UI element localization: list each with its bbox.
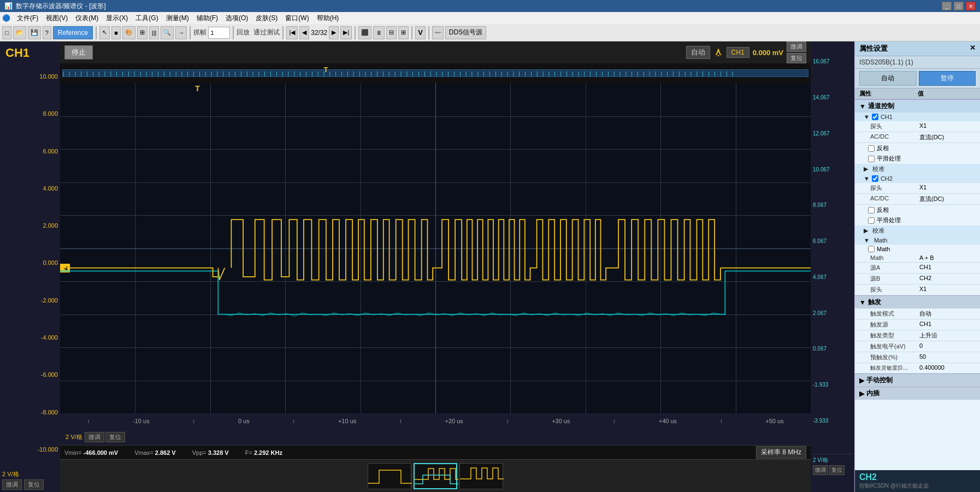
menu-item-skin[interactable]: 皮肤(S) bbox=[252, 13, 281, 24]
time-p50-label: +50 us bbox=[765, 418, 783, 424]
ch1-smooth-checkbox[interactable] bbox=[868, 156, 875, 162]
auto-button[interactable]: 自动 bbox=[686, 46, 710, 59]
ch1-fine-btn[interactable]: 微调 bbox=[2, 479, 22, 490]
ch1-fine-bottom-btn[interactable]: 微调 bbox=[85, 432, 104, 442]
time-p40-label: +40 us bbox=[659, 418, 677, 424]
math-subsection[interactable]: ▼ Math bbox=[855, 236, 980, 245]
reset-btn[interactable]: 复位 bbox=[787, 53, 806, 63]
trigger-section-header[interactable]: ▼ 触发 bbox=[855, 295, 980, 309]
ch2-fine-btn[interactable]: 微调 bbox=[813, 465, 828, 475]
menu-item-view[interactable]: 视图(V) bbox=[43, 13, 71, 24]
pause-btn[interactable]: ⏸ bbox=[373, 26, 385, 39]
grid2-btn[interactable]: ⊞ bbox=[398, 26, 409, 39]
ch2-smooth-checkbox[interactable] bbox=[868, 217, 875, 224]
ch2-invert-checkbox[interactable] bbox=[868, 207, 875, 214]
properties-close-icon[interactable]: ✕ bbox=[970, 44, 976, 54]
ch1-checkbox[interactable] bbox=[872, 114, 878, 120]
trigger-arrow-icon bbox=[713, 48, 723, 57]
ch1-invert-checkbox[interactable] bbox=[868, 145, 875, 152]
new-btn[interactable]: □ bbox=[2, 26, 11, 39]
ch2-subsection[interactable]: ▼ CH2 bbox=[855, 174, 980, 183]
menu-item-instrument[interactable]: 仪表(M) bbox=[72, 13, 102, 24]
sample-rate-display: 采样率 8 MHz bbox=[756, 446, 806, 459]
ch1-expand-icon: ▼ bbox=[864, 114, 870, 120]
wave-btn[interactable]: 〰 bbox=[432, 26, 444, 39]
stop-button[interactable]: 停止 bbox=[64, 45, 93, 60]
internal-header[interactable]: ▶ 内插 bbox=[855, 387, 980, 400]
stop-mode-btn[interactable]: 暂停 bbox=[919, 71, 976, 86]
split-btn[interactable]: ||| bbox=[149, 26, 160, 39]
trigger-level-row: 触发电平(aV) 0 bbox=[855, 341, 980, 352]
close-btn[interactable]: ✕ bbox=[966, 2, 976, 10]
calibrate1-subsection[interactable]: ▶ 校准 bbox=[855, 164, 980, 174]
cursor-btn[interactable]: ↖ bbox=[99, 26, 110, 39]
properties-table: ▼ 通道控制 ▼ CH1 探头 X1 AC/DC 直流(DC) 反相 bbox=[855, 99, 980, 470]
trigger-sensitivity-value: 0.400000 bbox=[919, 364, 976, 372]
calibrate1-expand-icon: ▶ bbox=[864, 165, 868, 173]
trigger-type-name: 触发类型 bbox=[859, 331, 919, 340]
props-col-name: 属性 bbox=[859, 90, 918, 98]
screen-btn[interactable]: ⬛ bbox=[358, 26, 371, 39]
passtest-label: 通过测试 bbox=[253, 28, 280, 37]
timeline-track[interactable]: T // Generate tick marks via JS after re… bbox=[62, 69, 808, 77]
color-btn[interactable]: 🎨 bbox=[122, 26, 135, 39]
channel-control-header[interactable]: ▼ 通道控制 bbox=[855, 99, 980, 112]
thumbnail-1[interactable] bbox=[368, 463, 411, 489]
measurements-bar: Vmin= -466.000 mV Vmax= 2.862 V Vpp= 3.3… bbox=[60, 445, 811, 459]
ch2-scale-panel: 16.067 14.067 12.067 10.067 8.067 6.067 … bbox=[811, 42, 854, 492]
fine-btn[interactable]: 微调 bbox=[787, 42, 806, 52]
ch1-scale-n4: -4.000 bbox=[2, 334, 58, 341]
menu-item-tools[interactable]: 工具(G) bbox=[132, 13, 161, 24]
ch2-checkbox[interactable] bbox=[872, 175, 878, 182]
ch2-bottom-panel: CH2 控制#CSDN @行稳方能走远 bbox=[855, 470, 980, 492]
dds-btn[interactable]: DDS信号源 bbox=[445, 26, 486, 39]
ch2-scale-10: 10.067 bbox=[813, 167, 852, 173]
rect-btn[interactable]: ■ bbox=[111, 26, 121, 39]
manual-control-header[interactable]: ▶ 手动控制 bbox=[855, 374, 980, 387]
reference-btn[interactable]: Reference bbox=[53, 26, 93, 39]
left-panel: CH1 10.000 8.000 6.000 4.000 2.000 0.000… bbox=[0, 42, 60, 492]
menu-item-help[interactable]: 帮助(H) bbox=[314, 13, 343, 24]
open-btn[interactable]: 📂 bbox=[13, 26, 26, 39]
thumbnail-2[interactable] bbox=[414, 463, 457, 489]
help-btn[interactable]: ? bbox=[43, 26, 51, 39]
calibrate2-label: 校准 bbox=[872, 227, 884, 235]
calibrate2-subsection[interactable]: ▶ 校准 bbox=[855, 226, 980, 236]
minimize-btn[interactable]: _ bbox=[942, 2, 952, 10]
auto-mode-btn[interactable]: 自动 bbox=[859, 71, 917, 86]
grid-btn[interactable]: ⊞ bbox=[137, 26, 147, 39]
maximize-btn[interactable]: □ bbox=[954, 2, 964, 10]
menu-item-file[interactable]: 文件(F) bbox=[14, 13, 42, 24]
menu-item-display[interactable]: 显示(X) bbox=[103, 13, 131, 24]
menu-item-options[interactable]: 选项(O) bbox=[222, 13, 251, 24]
next-btn[interactable]: ▶ bbox=[329, 26, 339, 39]
arrow-btn[interactable]: → bbox=[175, 26, 187, 39]
toolbar-sep-1 bbox=[96, 26, 97, 39]
v-btn[interactable]: V bbox=[415, 26, 426, 39]
props-col-value: 值 bbox=[918, 90, 976, 98]
last-btn[interactable]: ▶| bbox=[340, 26, 352, 39]
math-checkbox[interactable] bbox=[868, 246, 875, 252]
menu-bar: 🔵 文件(F) 视图(V) 仪表(M) 显示(X) 工具(G) 测量(M) 辅助… bbox=[0, 12, 980, 24]
menu-item-assist[interactable]: 辅助(F) bbox=[193, 13, 221, 24]
menu-item-window[interactable]: 窗口(W) bbox=[282, 13, 312, 24]
capture-input[interactable] bbox=[208, 27, 230, 39]
ch1-scale-n6: -6.000 bbox=[2, 371, 58, 378]
ch2-acdc-row: AC/DC 直流(DC) bbox=[855, 194, 980, 205]
ch1-smooth-row: 平滑处理 bbox=[855, 153, 980, 164]
thumbnail-bar bbox=[60, 459, 811, 492]
zoom-btn[interactable]: 🔍 bbox=[161, 26, 174, 39]
menu-item-measure[interactable]: 测量(M) bbox=[163, 13, 192, 24]
dual-btn[interactable]: ⊟ bbox=[386, 26, 397, 39]
ch2-reset-btn[interactable]: 复位 bbox=[829, 465, 845, 475]
save-btn[interactable]: 💾 bbox=[28, 26, 41, 39]
ch1-subsection[interactable]: ▼ CH1 bbox=[855, 112, 980, 121]
thumbnail-3[interactable] bbox=[459, 463, 503, 489]
ch1-reset-btn[interactable]: 复位 bbox=[24, 479, 44, 490]
voltage-readout: 0.000 mV bbox=[753, 49, 783, 57]
ch1-reset-bottom-btn[interactable]: 复位 bbox=[105, 432, 125, 442]
prev-btn[interactable]: ◀ bbox=[299, 26, 309, 39]
timeline-bar[interactable]: T // Generate tick marks via JS after re… bbox=[60, 63, 811, 83]
ch2-scale-8: 8.067 bbox=[813, 202, 852, 208]
first-btn[interactable]: |◀ bbox=[286, 26, 298, 39]
